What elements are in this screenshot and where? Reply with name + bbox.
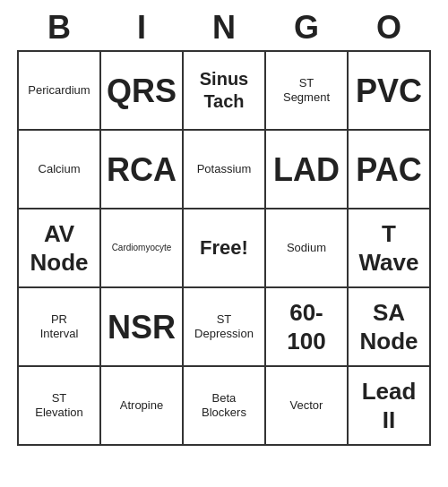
cell-r1-c3: LAD: [266, 131, 349, 209]
header-o: O: [348, 9, 430, 47]
cell-r4-c1: Atropine: [101, 367, 184, 446]
cell-r4-c4: Lead II: [349, 367, 431, 446]
header-g: G: [265, 9, 348, 47]
header-n: N: [183, 9, 265, 47]
cell-r0-c2: Sinus Tach: [184, 52, 266, 131]
header-b: B: [18, 9, 100, 47]
cell-r0-c4: PVC: [349, 52, 431, 131]
cell-r3-c3: 60- 100: [266, 288, 349, 367]
header-i: I: [100, 9, 183, 47]
bingo-header: B I N G O: [18, 9, 430, 47]
cell-r2-c0: AV Node: [19, 209, 101, 288]
cell-r3-c0: PR Interval: [19, 288, 101, 367]
cell-r1-c4: PAC: [349, 131, 431, 209]
cell-r1-c1: RCA: [101, 131, 184, 209]
cell-r0-c0: Pericardium: [19, 52, 101, 131]
cell-r0-c1: QRS: [101, 52, 184, 131]
cell-r3-c1: NSR: [101, 288, 184, 367]
cell-r4-c0: ST Elevation: [19, 367, 101, 446]
cell-r3-c4: SA Node: [349, 288, 431, 367]
cell-r2-c1: Cardiomyocyte: [101, 209, 184, 288]
cell-r1-c0: Calcium: [19, 131, 101, 209]
cell-r2-c3: Sodium: [266, 209, 349, 288]
bingo-grid: PericardiumQRSSinus TachST SegmentPVCCal…: [17, 50, 431, 446]
cell-r2-c4: T Wave: [349, 209, 431, 288]
cell-r3-c2: ST Depression: [184, 288, 266, 367]
cell-r4-c2: Beta Blockers: [184, 367, 266, 446]
cell-r1-c2: Potassium: [184, 131, 266, 209]
cell-r0-c3: ST Segment: [266, 52, 349, 131]
cell-r4-c3: Vector: [266, 367, 349, 446]
cell-r2-c2: Free!: [184, 209, 266, 288]
